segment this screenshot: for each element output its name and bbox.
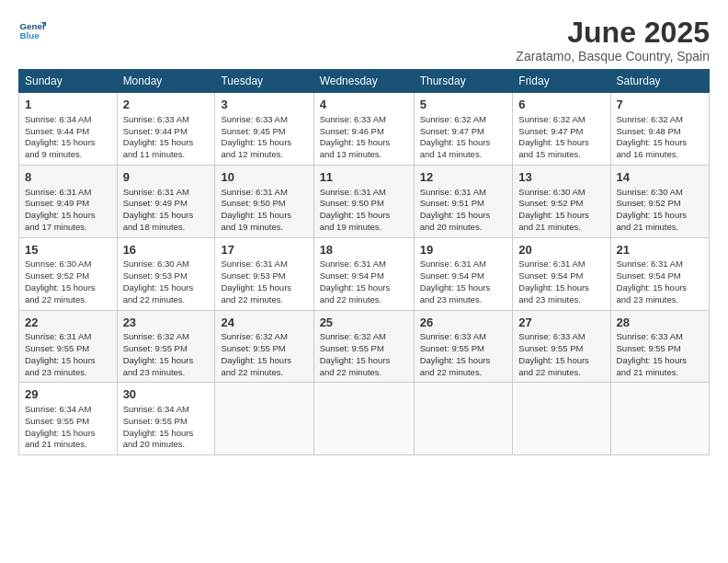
col-thursday: Thursday: [414, 70, 513, 93]
calendar-week-3: 15Sunrise: 6:30 AM Sunset: 9:52 PM Dayli…: [19, 237, 710, 310]
day-number: 24: [221, 315, 307, 331]
day-number: 17: [221, 242, 307, 259]
day-info: Sunrise: 6:32 AM Sunset: 9:55 PM Dayligh…: [320, 331, 408, 378]
header: General Blue June 2025 Zaratamo, Basque …: [18, 17, 710, 63]
page-container: General Blue June 2025 Zaratamo, Basque …: [0, 0, 728, 465]
col-monday: Monday: [117, 70, 215, 93]
calendar-table: Sunday Monday Tuesday Wednesday Thursday…: [18, 69, 710, 455]
col-saturday: Saturday: [610, 70, 709, 93]
calendar-cell: 21Sunrise: 6:31 AM Sunset: 9:54 PM Dayli…: [610, 237, 709, 310]
col-friday: Friday: [513, 70, 610, 93]
day-info: Sunrise: 6:32 AM Sunset: 9:55 PM Dayligh…: [221, 331, 307, 378]
col-sunday: Sunday: [19, 70, 118, 93]
day-number: 11: [320, 169, 408, 186]
day-number: 28: [617, 315, 703, 331]
calendar-cell: 24Sunrise: 6:32 AM Sunset: 9:55 PM Dayli…: [215, 310, 313, 383]
day-info: Sunrise: 6:34 AM Sunset: 9:55 PM Dayligh…: [123, 404, 210, 451]
day-info: Sunrise: 6:31 AM Sunset: 9:55 PM Dayligh…: [25, 331, 111, 378]
calendar-cell: 1Sunrise: 6:34 AM Sunset: 9:44 PM Daylig…: [19, 93, 118, 166]
calendar-cell: 15Sunrise: 6:30 AM Sunset: 9:52 PM Dayli…: [19, 237, 118, 310]
calendar-cell: 22Sunrise: 6:31 AM Sunset: 9:55 PM Dayli…: [19, 310, 118, 383]
day-info: Sunrise: 6:30 AM Sunset: 9:52 PM Dayligh…: [25, 259, 111, 305]
day-info: Sunrise: 6:31 AM Sunset: 9:49 PM Dayligh…: [25, 187, 111, 234]
day-info: Sunrise: 6:31 AM Sunset: 9:54 PM Dayligh…: [320, 259, 408, 305]
day-number: 6: [518, 97, 604, 113]
day-info: Sunrise: 6:33 AM Sunset: 9:55 PM Dayligh…: [617, 331, 703, 378]
day-number: 26: [420, 315, 507, 331]
calendar-cell: 5Sunrise: 6:32 AM Sunset: 9:47 PM Daylig…: [414, 93, 513, 166]
calendar-cell: 23Sunrise: 6:32 AM Sunset: 9:55 PM Dayli…: [117, 310, 215, 383]
calendar-week-4: 22Sunrise: 6:31 AM Sunset: 9:55 PM Dayli…: [19, 310, 710, 383]
svg-text:Blue: Blue: [20, 30, 40, 40]
day-info: Sunrise: 6:34 AM Sunset: 9:44 PM Dayligh…: [25, 114, 111, 161]
calendar-cell: 13Sunrise: 6:30 AM Sunset: 9:52 PM Dayli…: [513, 165, 610, 237]
calendar-cell: [215, 383, 313, 455]
day-info: Sunrise: 6:33 AM Sunset: 9:46 PM Dayligh…: [320, 114, 408, 161]
col-tuesday: Tuesday: [215, 70, 313, 93]
day-number: 2: [123, 97, 210, 113]
calendar-cell: 8Sunrise: 6:31 AM Sunset: 9:49 PM Daylig…: [19, 165, 118, 237]
day-info: Sunrise: 6:31 AM Sunset: 9:53 PM Dayligh…: [221, 259, 307, 305]
day-info: Sunrise: 6:33 AM Sunset: 9:45 PM Dayligh…: [221, 114, 307, 161]
header-row: Sunday Monday Tuesday Wednesday Thursday…: [19, 70, 710, 93]
calendar-cell: 10Sunrise: 6:31 AM Sunset: 9:50 PM Dayli…: [215, 165, 313, 237]
day-info: Sunrise: 6:31 AM Sunset: 9:49 PM Dayligh…: [123, 187, 210, 234]
day-info: Sunrise: 6:30 AM Sunset: 9:53 PM Dayligh…: [123, 259, 210, 305]
calendar-cell: 11Sunrise: 6:31 AM Sunset: 9:50 PM Dayli…: [313, 165, 414, 237]
calendar-week-2: 8Sunrise: 6:31 AM Sunset: 9:49 PM Daylig…: [19, 165, 710, 237]
calendar-cell: 20Sunrise: 6:31 AM Sunset: 9:54 PM Dayli…: [513, 237, 610, 310]
day-number: 16: [123, 242, 210, 259]
col-wednesday: Wednesday: [313, 70, 414, 93]
day-number: 23: [123, 315, 210, 331]
day-info: Sunrise: 6:34 AM Sunset: 9:55 PM Dayligh…: [25, 404, 111, 451]
day-info: Sunrise: 6:31 AM Sunset: 9:50 PM Dayligh…: [320, 187, 408, 234]
day-number: 8: [25, 169, 111, 186]
day-number: 18: [320, 242, 408, 259]
location: Zaratamo, Basque Country, Spain: [516, 49, 710, 63]
day-info: Sunrise: 6:32 AM Sunset: 9:47 PM Dayligh…: [518, 114, 604, 161]
day-info: Sunrise: 6:30 AM Sunset: 9:52 PM Dayligh…: [518, 187, 604, 234]
day-number: 25: [320, 315, 408, 331]
calendar-cell: 18Sunrise: 6:31 AM Sunset: 9:54 PM Dayli…: [313, 237, 414, 310]
calendar-cell: 26Sunrise: 6:33 AM Sunset: 9:55 PM Dayli…: [414, 310, 513, 383]
title-block: June 2025 Zaratamo, Basque Country, Spai…: [516, 17, 710, 63]
calendar-cell: 14Sunrise: 6:30 AM Sunset: 9:52 PM Dayli…: [610, 165, 709, 237]
day-number: 7: [617, 97, 703, 113]
day-number: 20: [518, 242, 604, 259]
calendar-cell: 2Sunrise: 6:33 AM Sunset: 9:44 PM Daylig…: [117, 93, 215, 166]
calendar-cell: 30Sunrise: 6:34 AM Sunset: 9:55 PM Dayli…: [117, 383, 215, 455]
day-number: 22: [25, 315, 111, 331]
calendar-cell: 25Sunrise: 6:32 AM Sunset: 9:55 PM Dayli…: [313, 310, 414, 383]
day-number: 27: [518, 315, 604, 331]
day-info: Sunrise: 6:32 AM Sunset: 9:47 PM Dayligh…: [420, 114, 507, 161]
day-number: 13: [518, 169, 604, 186]
day-number: 3: [221, 97, 307, 113]
day-info: Sunrise: 6:31 AM Sunset: 9:50 PM Dayligh…: [221, 187, 307, 234]
calendar-cell: 9Sunrise: 6:31 AM Sunset: 9:49 PM Daylig…: [117, 165, 215, 237]
day-number: 29: [25, 386, 111, 403]
day-number: 15: [25, 242, 111, 259]
calendar-cell: 12Sunrise: 6:31 AM Sunset: 9:51 PM Dayli…: [414, 165, 513, 237]
day-number: 5: [420, 97, 507, 113]
day-info: Sunrise: 6:32 AM Sunset: 9:55 PM Dayligh…: [123, 331, 210, 378]
day-number: 10: [221, 169, 307, 186]
calendar-cell: 19Sunrise: 6:31 AM Sunset: 9:54 PM Dayli…: [414, 237, 513, 310]
month-title: June 2025: [516, 17, 710, 49]
calendar-week-5: 29Sunrise: 6:34 AM Sunset: 9:55 PM Dayli…: [19, 383, 710, 455]
day-number: 9: [123, 169, 210, 186]
day-info: Sunrise: 6:33 AM Sunset: 9:55 PM Dayligh…: [420, 331, 507, 378]
calendar-cell: 3Sunrise: 6:33 AM Sunset: 9:45 PM Daylig…: [215, 93, 313, 166]
day-number: 12: [420, 169, 507, 186]
calendar-cell: [313, 383, 414, 455]
calendar-cell: 4Sunrise: 6:33 AM Sunset: 9:46 PM Daylig…: [313, 93, 414, 166]
day-info: Sunrise: 6:31 AM Sunset: 9:54 PM Dayligh…: [420, 259, 507, 305]
day-number: 30: [123, 386, 210, 403]
day-number: 14: [617, 169, 703, 186]
calendar-cell: 16Sunrise: 6:30 AM Sunset: 9:53 PM Dayli…: [117, 237, 215, 310]
calendar-cell: 7Sunrise: 6:32 AM Sunset: 9:48 PM Daylig…: [610, 93, 709, 166]
calendar-cell: 17Sunrise: 6:31 AM Sunset: 9:53 PM Dayli…: [215, 237, 313, 310]
day-info: Sunrise: 6:31 AM Sunset: 9:51 PM Dayligh…: [420, 187, 507, 234]
day-info: Sunrise: 6:33 AM Sunset: 9:55 PM Dayligh…: [518, 331, 604, 378]
day-info: Sunrise: 6:31 AM Sunset: 9:54 PM Dayligh…: [518, 259, 604, 305]
logo-icon: General Blue: [18, 17, 46, 44]
